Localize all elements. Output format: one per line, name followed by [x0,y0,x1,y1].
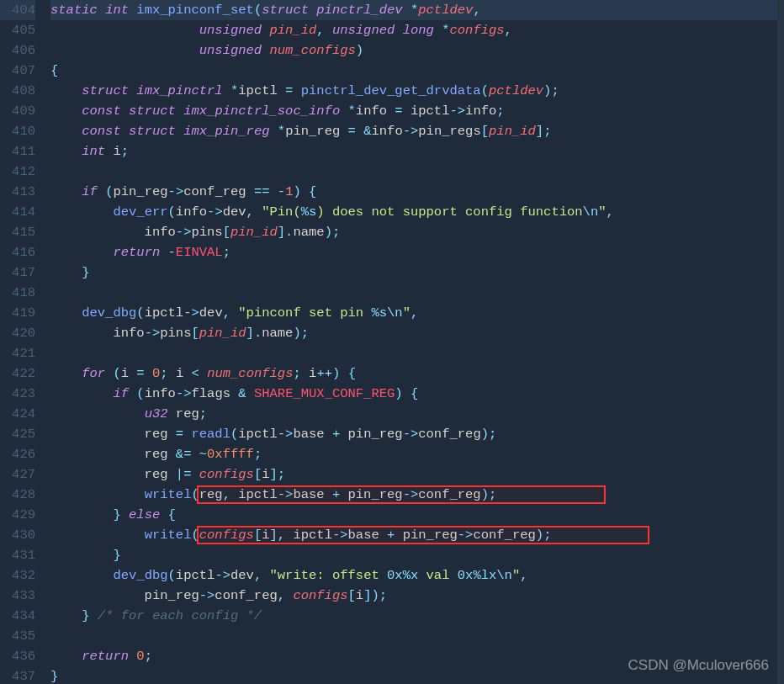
token-pn [129,386,136,401]
code-line[interactable]: reg |= configs[i]; [50,464,779,485]
token-op: ( [191,528,199,543]
code-line[interactable] [50,626,779,646]
code-line[interactable]: return -EINVAL; [50,242,779,262]
token-str: "pinconf set pin [238,305,371,321]
token-pn [50,649,82,664]
code-line[interactable]: dev_dbg(ipctl->dev, "write: offset 0x%x … [50,565,779,586]
code-line[interactable]: dev_dbg(ipctl->dev, "pinconf set pin %s\… [50,303,779,323]
token-op: -> [145,326,161,341]
line-number: 423 [0,384,35,404]
code-line[interactable]: dev_err(info->dev, "Pin(%s) does not sup… [50,202,779,222]
token-op: [ [348,588,356,603]
token-pn [98,3,105,18]
code-line[interactable]: struct imx_pinctrl *ipctl = pinctrl_dev_… [50,81,779,101]
token-kw: const [82,103,121,119]
token-arg: pin_id [489,124,536,139]
token-pn [160,507,167,522]
token-kw: const [82,124,121,139]
token-pn [121,507,129,522]
token-pn: i [301,366,317,381]
code-line[interactable] [50,162,779,182]
code-line[interactable]: } else { [50,505,779,525]
code-line[interactable]: const struct imx_pinctrl_soc_info *info … [50,101,779,121]
code-line[interactable] [50,283,779,303]
token-op: , [505,23,512,38]
vertical-scrollbar[interactable] [777,0,784,684]
token-pn [293,83,300,98]
token-op: ; [332,225,340,240]
token-pn: reg [50,467,176,482]
token-pn [50,608,82,623]
token-pn [191,467,199,482]
token-pn: base [293,487,332,502]
token-fn: readl [191,427,230,442]
token-op: , [246,204,254,220]
code-line[interactable]: reg &= ~0xffff; [50,444,779,464]
token-op: - [168,245,176,260]
code-line[interactable]: unsigned num_configs) [50,40,779,61]
token-arg: pctldev [418,3,473,18]
line-number: 419 [0,303,35,323]
token-pn [50,406,145,422]
code-line[interactable]: const struct imx_pin_reg *pin_reg = &inf… [50,121,779,141]
line-number: 433 [0,586,35,606]
code-line[interactable]: info->pins[pin_id].name); [50,323,779,343]
code-line[interactable]: writel(reg, ipctl->base + pin_reg->conf_… [50,485,779,505]
token-spec: \n [496,568,512,583]
token-op: = [176,427,183,442]
code-line[interactable]: } [50,545,779,565]
code-line[interactable]: if (info->flags & SHARE_MUX_CONF_REG) { [50,384,779,404]
line-number: 411 [0,141,35,162]
token-op: } [82,608,89,623]
token-ty: imx_pinctrl [136,83,222,98]
token-pn [50,568,113,583]
token-fn: writel [145,528,192,543]
token-op: ; [489,487,496,502]
code-line[interactable]: if (pin_reg->conf_reg == -1) { [50,182,779,202]
token-arg: configs [449,23,504,38]
token-op: * [278,124,285,139]
token-pn: ipctl [176,568,215,583]
token-op: [ [254,467,262,482]
code-line[interactable]: } [50,666,779,684]
code-line[interactable] [50,343,779,363]
code-line[interactable]: static int imx_pinconf_set(struct pinctr… [50,0,779,20]
token-op: ; [543,124,551,139]
code-line[interactable]: } [50,262,779,283]
code-line[interactable]: unsigned pin_id, unsigned long *configs, [50,20,779,40]
token-op: ; [121,144,129,159]
token-kw: for [82,366,105,381]
token-pn [129,3,136,18]
token-arg: configs [199,528,254,543]
code-line[interactable]: for (i = 0; i < num_configs; i++) { [50,363,779,384]
token-pn: conf_reg [473,528,535,543]
code-line[interactable]: } /* for each config */ [50,606,779,626]
token-op: + [387,528,395,543]
token-op: ; [293,366,300,381]
code-line[interactable]: int i; [50,141,779,162]
line-number: 408 [0,81,35,101]
token-pn: i [105,144,121,159]
line-number: 404 [0,0,35,20]
token-op: * [411,3,418,18]
token-op: , [473,3,480,18]
code-area[interactable]: static int imx_pinconf_set(struct pinctr… [50,0,784,684]
token-arg: configs [199,467,254,482]
code-line[interactable]: writel(configs[i], ipctl->base + pin_reg… [50,525,779,545]
token-pn: base [293,427,332,442]
token-pn [270,124,278,139]
code-line[interactable]: { [50,61,779,81]
token-op: ) [481,427,489,442]
line-number: 422 [0,363,35,384]
token-op: { [348,366,356,381]
token-pn [50,124,82,139]
token-op: ; [278,467,285,482]
code-line[interactable]: return 0; [50,646,779,666]
code-line[interactable]: u32 reg; [50,404,779,424]
token-pn [270,184,278,199]
token-str: ) does not support config function [316,204,582,220]
code-line[interactable]: pin_reg->conf_reg, configs[i]); [50,586,779,606]
code-line[interactable]: info->pins[pin_id].name); [50,222,779,242]
code-line[interactable]: reg = readl(ipctl->base + pin_reg->conf_… [50,424,779,444]
token-ty: long [403,23,434,38]
